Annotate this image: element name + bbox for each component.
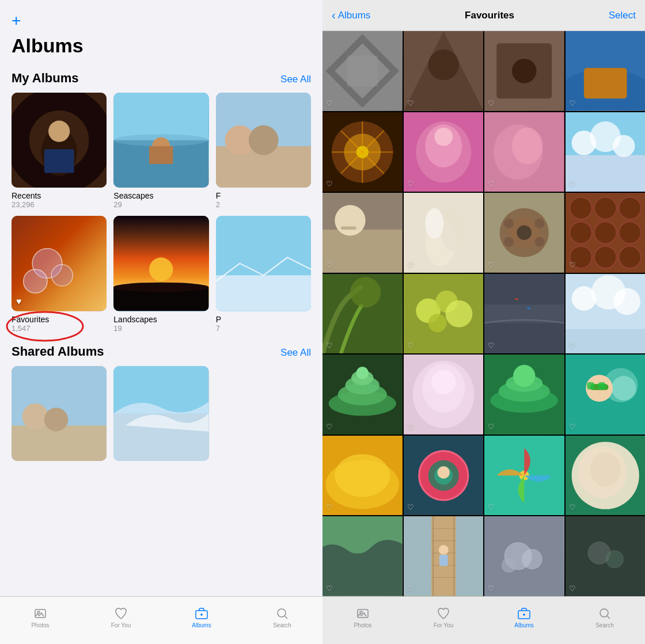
left-tab-search[interactable]: Search — [242, 607, 322, 628]
photo-heart-7: ♡ — [488, 180, 495, 188]
album-name-seascapes: Seascapes — [113, 191, 208, 200]
shared-albums-see-all[interactable]: See All — [280, 347, 311, 359]
photo-cell-5[interactable]: ♡ — [322, 112, 403, 192]
shared-album-item-1[interactable] — [12, 366, 107, 464]
photo-heart-28: ♡ — [569, 584, 576, 593]
svg-point-22 — [149, 258, 173, 281]
svg-point-123 — [513, 365, 535, 387]
my-albums-see-all[interactable]: See All — [280, 74, 311, 85]
photo-cell-1[interactable]: ♡ — [322, 31, 403, 111]
right-tab-photos[interactable]: Photos — [322, 607, 403, 628]
photo-heart-22: ♡ — [407, 503, 414, 512]
svg-line-37 — [285, 616, 288, 619]
photo-cell-21[interactable]: ♡ — [322, 436, 403, 516]
photo-cell-23[interactable]: ♡ — [484, 436, 564, 516]
nav-title: Favourites — [465, 10, 514, 21]
photo-cell-11[interactable]: ♡ — [484, 193, 564, 273]
photo-heart-17: ♡ — [326, 422, 333, 431]
svg-point-17 — [24, 269, 47, 293]
photo-heart-6: ♡ — [407, 180, 414, 188]
photo-cell-20[interactable]: ♡ — [566, 355, 646, 435]
album-item-p[interactable]: P 7 — [216, 216, 311, 332]
album-item-recents[interactable]: Recents 23,296 — [12, 93, 107, 209]
photo-heart-12: ♡ — [569, 261, 576, 269]
svg-point-92 — [619, 246, 640, 268]
svg-point-27 — [22, 403, 48, 429]
add-album-button[interactable]: + — [12, 12, 21, 30]
photo-cell-17[interactable]: ♡ — [322, 355, 403, 435]
photo-heart-19: ♡ — [488, 422, 495, 431]
svg-rect-157 — [439, 555, 447, 566]
svg-rect-130 — [598, 382, 605, 390]
svg-point-21 — [113, 283, 208, 292]
photo-cell-22[interactable]: ♡ — [404, 436, 484, 516]
album-item-seascapes[interactable]: Seascapes 29 — [113, 93, 208, 209]
photo-cell-27[interactable]: ♡ — [484, 516, 564, 596]
svg-point-170 — [600, 609, 608, 617]
photo-cell-2[interactable]: ♡ — [404, 31, 484, 111]
svg-point-138 — [437, 466, 449, 478]
svg-point-160 — [522, 550, 542, 569]
back-label: Albums — [338, 10, 371, 21]
back-button[interactable]: ‹ Albums — [332, 9, 370, 22]
photo-cell-15[interactable]: ♡ — [484, 274, 564, 354]
album-count-f: 2 — [216, 200, 311, 209]
shared-album-item-2[interactable] — [113, 366, 208, 464]
album-item-f[interactable]: F 2 — [216, 93, 311, 209]
photo-cell-19[interactable]: ♡ — [484, 355, 564, 435]
photo-cell-9[interactable]: ♡ — [322, 193, 403, 273]
my-albums-header: My Albums See All — [12, 71, 311, 86]
photo-cell-6[interactable]: ♡ — [404, 112, 484, 192]
svg-point-85 — [594, 197, 616, 219]
svg-rect-108 — [566, 329, 646, 354]
svg-point-99 — [428, 314, 446, 332]
right-tab-albums[interactable]: Albums — [484, 607, 564, 628]
photo-heart-1: ♡ — [326, 99, 333, 108]
photo-cell-24[interactable]: ♡ — [566, 436, 646, 516]
left-tab-photos[interactable]: Photos — [0, 607, 81, 628]
albums-grid: Recents 23,296 Seascapes 29 — [12, 93, 311, 333]
photo-heart-27: ♡ — [488, 584, 495, 593]
photo-cell-7[interactable]: ♡ — [484, 112, 564, 192]
left-tab-photos-label: Photos — [31, 622, 49, 628]
photo-cell-12[interactable]: ♡ — [566, 193, 646, 273]
photo-cell-28[interactable]: ♡ — [566, 516, 646, 596]
svg-point-28 — [44, 407, 68, 431]
svg-point-91 — [594, 246, 616, 268]
photo-cell-8[interactable]: ♡ — [566, 112, 646, 192]
photo-cell-26[interactable]: ♡ — [404, 516, 484, 596]
svg-point-74 — [425, 208, 443, 239]
svg-rect-165 — [358, 609, 368, 618]
album-item-favourites[interactable]: ♥ Favourites 1,547 — [12, 216, 107, 332]
right-panel: ‹ Albums Favourites Select ♡ ♡ — [322, 0, 645, 644]
svg-point-79 — [504, 219, 514, 228]
photo-cell-3[interactable]: ♡ — [484, 31, 564, 111]
photo-heart-4: ♡ — [569, 99, 576, 108]
svg-point-41 — [428, 49, 458, 80]
for-you-icon — [114, 607, 128, 620]
svg-point-84 — [570, 197, 591, 219]
photo-cell-16[interactable]: ♡ — [566, 274, 646, 354]
right-tab-for-you-label: For You — [434, 622, 453, 628]
album-thumb-seascapes — [113, 93, 208, 188]
album-item-landscapes[interactable]: Landscapes 19 — [113, 216, 208, 332]
select-button[interactable]: Select — [609, 10, 636, 21]
svg-rect-103 — [528, 307, 530, 308]
svg-point-32 — [37, 611, 40, 613]
left-tab-for-you[interactable]: For You — [81, 607, 161, 628]
right-tab-for-you[interactable]: For You — [403, 607, 484, 628]
svg-rect-24 — [216, 276, 311, 311]
right-tab-search[interactable]: Search — [564, 607, 645, 628]
photo-cell-18[interactable]: ♡ — [404, 355, 484, 435]
svg-point-66 — [613, 135, 635, 157]
photo-cell-13[interactable]: ♡ — [322, 274, 403, 354]
svg-point-61 — [512, 127, 542, 164]
photo-cell-10[interactable]: ♡ — [404, 193, 484, 273]
left-tab-albums[interactable]: Albums — [161, 607, 242, 628]
left-tab-albums-label: Albums — [192, 622, 211, 628]
svg-rect-102 — [515, 298, 518, 299]
album-name-recents: Recents — [12, 191, 107, 200]
photo-cell-14[interactable]: ♡ — [404, 274, 484, 354]
photo-cell-25[interactable]: ♡ — [322, 516, 403, 596]
photo-cell-4[interactable]: ♡ — [566, 31, 646, 111]
